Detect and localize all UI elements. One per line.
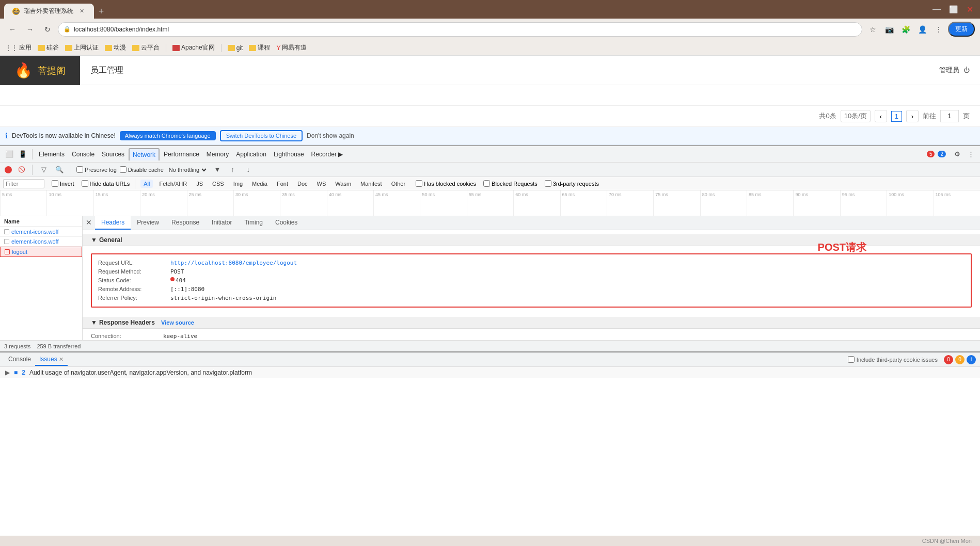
file-item-2[interactable]: element-icons.woff xyxy=(0,237,82,247)
blocked-requests-input[interactable] xyxy=(483,180,490,187)
third-party-cookie-input[interactable] xyxy=(848,356,855,363)
switch-devtools-btn[interactable]: Switch DevTools to Chinese xyxy=(220,130,303,141)
detail-tab-headers[interactable]: Headers xyxy=(95,216,131,230)
filter-img[interactable]: Img xyxy=(230,180,246,188)
filter-js[interactable]: JS xyxy=(193,180,206,188)
request-url-val[interactable]: http://localhost:8080/employee/logout xyxy=(170,260,297,266)
tab-elements[interactable]: Elements xyxy=(36,148,68,160)
bookmark-cloud[interactable]: 云平台 xyxy=(132,43,160,52)
throttling-select[interactable]: No throttling xyxy=(167,166,208,173)
detail-tab-response[interactable]: Response xyxy=(165,216,206,230)
close-btn[interactable]: ✕ xyxy=(963,3,976,15)
per-page-select[interactable]: 10条/页 xyxy=(841,110,871,122)
disable-cache-check[interactable]: Disable cache xyxy=(120,166,164,173)
tab-close-btn[interactable]: ✕ xyxy=(77,7,86,15)
hide-data-urls-input[interactable] xyxy=(82,180,88,187)
extension-btn[interactable]: 🧩 xyxy=(898,22,913,37)
restore-btn[interactable]: ⬜ xyxy=(947,3,959,15)
issue-expand-btn[interactable]: ▶ xyxy=(5,369,10,376)
tab-sources[interactable]: Sources xyxy=(99,148,128,160)
third-party-input[interactable] xyxy=(545,180,551,187)
throttle-settings-icon[interactable]: ▼ xyxy=(211,164,224,176)
blocked-requests-check[interactable]: Blocked Requests xyxy=(483,180,538,187)
forward-btn[interactable]: → xyxy=(23,22,37,37)
invert-input[interactable] xyxy=(52,180,58,187)
filter-wasm[interactable]: Wasm xyxy=(332,180,354,188)
settings-icon-btn[interactable]: ⚙ xyxy=(951,148,963,160)
view-source-link[interactable]: View source xyxy=(161,319,194,326)
bookmark-git[interactable]: git xyxy=(228,44,243,52)
bookmark-netease[interactable]: Y 网易有道 xyxy=(276,43,307,52)
filter-font[interactable]: Font xyxy=(274,180,291,188)
power-icon[interactable]: ⏻ xyxy=(963,67,970,74)
filter-all[interactable]: All xyxy=(140,180,153,188)
filter-media[interactable]: Media xyxy=(249,180,271,188)
detail-tab-timing[interactable]: Timing xyxy=(238,216,269,230)
blocked-cookies-input[interactable] xyxy=(416,180,422,187)
bookmark-auth[interactable]: 上网认证 xyxy=(65,43,99,52)
reload-btn[interactable]: ↻ xyxy=(40,22,55,37)
next-page-btn[interactable]: › xyxy=(906,110,919,122)
bottom-tab-issues[interactable]: Issues ✕ xyxy=(35,354,68,366)
import-icon[interactable]: ↑ xyxy=(227,164,239,176)
issues-close-btn[interactable]: ✕ xyxy=(59,356,64,362)
address-bar[interactable]: 🔒 localhost:8080/backend/index.html xyxy=(58,22,862,37)
detail-tab-preview[interactable]: Preview xyxy=(131,216,165,230)
third-party-check[interactable]: 3rd-party requests xyxy=(545,180,599,187)
filter-icon-btn[interactable]: ▽ xyxy=(38,164,50,176)
bookmark-apps[interactable]: ⋮⋮ 应用 xyxy=(5,43,31,52)
more-btn[interactable]: ⋮ xyxy=(931,22,946,37)
response-headers-section-header[interactable]: ▼ Response Headers View source xyxy=(83,317,980,329)
search-icon-btn[interactable]: 🔍 xyxy=(53,164,66,176)
clear-btn[interactable]: 🚫 xyxy=(17,165,27,175)
tab-network[interactable]: Network xyxy=(129,148,160,160)
file-item-logout[interactable]: logout xyxy=(0,247,82,257)
filter-other[interactable]: Other xyxy=(388,180,409,188)
back-btn[interactable]: ← xyxy=(5,22,20,37)
detail-tab-initiator[interactable]: Initiator xyxy=(206,216,238,230)
third-party-cookie-label[interactable]: Include third-party cookie issues xyxy=(848,356,938,363)
filter-css[interactable]: CSS xyxy=(209,180,227,188)
screenshot-btn[interactable]: 📷 xyxy=(882,22,896,37)
tab-recorder[interactable]: Recorder ▶ xyxy=(308,148,346,160)
preserve-log-check[interactable]: Preserve log xyxy=(76,166,117,173)
new-tab-btn[interactable]: + xyxy=(94,4,108,19)
blocked-cookies-check[interactable]: Has blocked cookies xyxy=(416,180,476,187)
filter-manifest[interactable]: Manifest xyxy=(357,180,385,188)
filter-input[interactable] xyxy=(3,179,44,188)
export-icon[interactable]: ↓ xyxy=(242,164,255,176)
hide-data-urls-check[interactable]: Hide data URLs xyxy=(82,180,130,187)
bottom-tab-console[interactable]: Console xyxy=(4,354,35,366)
detail-tab-cookies[interactable]: Cookies xyxy=(269,216,304,230)
preserve-log-input[interactable] xyxy=(76,166,83,173)
active-tab[interactable]: 🍲 瑞吉外卖管理系统 ✕ xyxy=(4,4,94,19)
bookmark-siliconvalley[interactable]: 硅谷 xyxy=(38,43,59,52)
more-devtools-btn[interactable]: ⋮ xyxy=(965,148,977,160)
filter-doc[interactable]: Doc xyxy=(294,180,311,188)
bookmark-course[interactable]: 课程 xyxy=(249,43,270,52)
tab-memory[interactable]: Memory xyxy=(203,148,232,160)
bookmark-apache[interactable]: Apache官网 xyxy=(172,43,215,52)
tab-performance[interactable]: Performance xyxy=(161,148,202,160)
tab-lighthouse[interactable]: Lighthouse xyxy=(271,148,307,160)
goto-input[interactable] xyxy=(940,110,959,122)
update-btn[interactable]: 更新 xyxy=(948,22,975,37)
tab-console[interactable]: Console xyxy=(69,148,98,160)
filter-ws[interactable]: WS xyxy=(314,180,329,188)
record-btn[interactable] xyxy=(3,165,13,175)
dont-show-btn[interactable]: Don't show again xyxy=(307,132,354,139)
filter-fetch-xhr[interactable]: Fetch/XHR xyxy=(156,180,190,188)
profile-btn[interactable]: 👤 xyxy=(915,22,929,37)
prev-page-btn[interactable]: ‹ xyxy=(875,110,887,122)
device-icon-btn[interactable]: 📱 xyxy=(17,148,29,160)
inspect-icon-btn[interactable]: ⬜ xyxy=(3,148,15,160)
tab-application[interactable]: Application xyxy=(233,148,270,160)
bookmark-btn[interactable]: ☆ xyxy=(865,22,880,37)
match-language-btn[interactable]: Always match Chrome's language xyxy=(120,131,216,140)
invert-check[interactable]: Invert xyxy=(52,180,74,187)
file-item-1[interactable]: element-icons.woff xyxy=(0,227,82,237)
bookmark-anime[interactable]: 动漫 xyxy=(105,43,126,52)
disable-cache-input[interactable] xyxy=(120,166,127,173)
minimize-btn[interactable]: — xyxy=(930,3,943,15)
detail-close-btn[interactable]: ✕ xyxy=(83,216,95,229)
